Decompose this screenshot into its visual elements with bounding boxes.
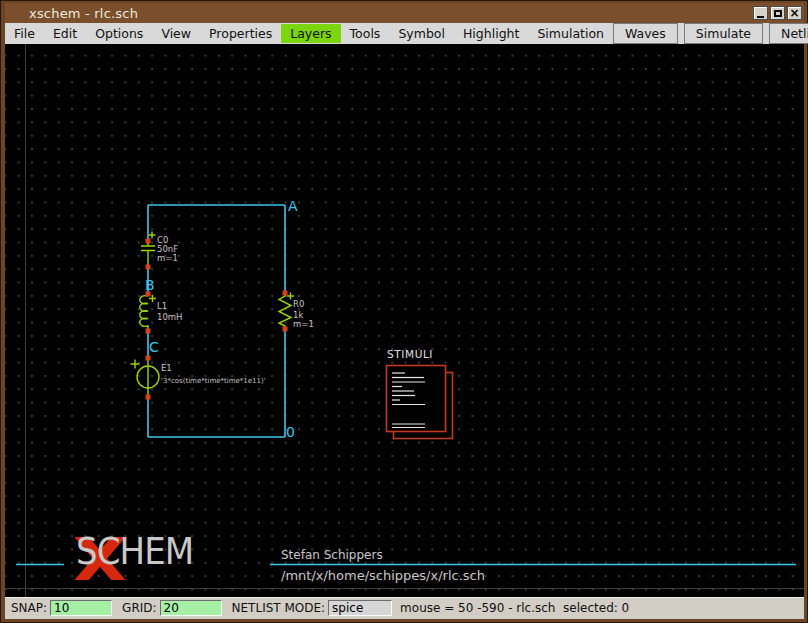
document-icon xyxy=(387,366,446,432)
resistor-r0[interactable]: R0 1k m=1 xyxy=(279,291,314,332)
stimuli-symbol[interactable]: STIMULI xyxy=(387,348,453,439)
minimize-icon xyxy=(757,16,764,18)
pin-square xyxy=(283,327,288,332)
menu-item-highlight[interactable]: Highlight xyxy=(454,24,528,43)
grid-label: GRID: xyxy=(122,601,156,615)
menu-item-edit[interactable]: Edit xyxy=(44,24,86,43)
menu-item-layers[interactable]: Layers xyxy=(281,24,340,43)
capacitor-c0[interactable]: C0 50nF m=1 xyxy=(141,232,178,270)
maximize-button[interactable] xyxy=(770,6,785,20)
maximize-icon xyxy=(774,10,782,17)
pin-square xyxy=(146,395,151,400)
source-value: '3*cos(time*time*time*1e11)' xyxy=(161,377,266,385)
mouse-status-text: mouse = 50 -590 - rlc.sch selected: 0 xyxy=(400,601,629,615)
resistor-mult: m=1 xyxy=(293,319,314,329)
statusbar: SNAP: GRID: NETLIST MODE: mouse = 50 -59… xyxy=(5,597,804,619)
netlist-mode-input[interactable] xyxy=(328,600,392,616)
menu-item-simulation[interactable]: Simulation xyxy=(528,24,613,43)
menu-item-options[interactable]: Options xyxy=(86,24,152,43)
menu-item-tools[interactable]: Tools xyxy=(341,24,390,43)
menu-item-properties[interactable]: Properties xyxy=(200,24,281,43)
window-title: xschem - rlc.sch xyxy=(29,6,138,21)
schematic-drawing: C0 50nF m=1 L1 10mH xyxy=(5,44,804,597)
pin-square xyxy=(146,329,151,334)
xschem-window: xschem - rlc.sch × File Edit Options Vie… xyxy=(0,0,808,623)
node-label-c[interactable]: C xyxy=(149,339,159,355)
window-controls: × xyxy=(753,6,802,20)
inductor-value: 10mH xyxy=(157,312,183,322)
menu-item-symbol[interactable]: Symbol xyxy=(389,24,454,43)
menu-item-file[interactable]: File xyxy=(5,24,44,43)
close-icon: × xyxy=(789,8,799,18)
pin-square xyxy=(146,265,151,270)
file-path-text: /mnt/x/home/schippes/x/rlc.sch xyxy=(281,568,485,583)
resistor-ref: R0 xyxy=(293,299,304,309)
close-button[interactable]: × xyxy=(787,6,802,20)
author-text: Stefan Schippers xyxy=(281,548,383,562)
pin-square xyxy=(146,356,151,361)
schematic-canvas[interactable]: C0 50nF m=1 L1 10mH xyxy=(5,44,804,597)
titlebar[interactable]: xschem - rlc.sch × xyxy=(5,3,804,23)
minimize-button[interactable] xyxy=(753,6,768,20)
netlist-mode-label: NETLIST MODE: xyxy=(232,601,326,615)
source-ref: E1 xyxy=(161,363,172,373)
stimuli-label: STIMULI xyxy=(387,348,433,360)
node-label-a[interactable]: A xyxy=(288,198,298,214)
grid-input[interactable] xyxy=(160,600,222,616)
menubar: File Edit Options View Properties Layers… xyxy=(5,23,804,44)
node-label-b[interactable]: B xyxy=(145,277,155,293)
voltage-source-e1[interactable]: E1 '3*cos(time*time*time*1e11)' xyxy=(131,356,266,400)
simulate-button[interactable]: Simulate xyxy=(684,23,763,44)
capacitor-mult: m=1 xyxy=(157,253,178,263)
snap-input[interactable] xyxy=(50,600,112,616)
inductor-ref: L1 xyxy=(157,301,167,311)
inductor-l1[interactable]: L1 10mH xyxy=(140,292,183,334)
menu-item-view[interactable]: View xyxy=(152,24,200,43)
pin-square xyxy=(283,291,288,296)
snap-label: SNAP: xyxy=(11,601,47,615)
pin-square xyxy=(146,239,151,244)
logo-text: SCHEM xyxy=(76,537,193,567)
netlist-button[interactable]: Netlist xyxy=(769,23,808,44)
xschem-logo: SCHEM xyxy=(74,537,203,568)
node-label-0[interactable]: 0 xyxy=(286,424,295,440)
waves-button[interactable]: Waves xyxy=(613,23,678,44)
